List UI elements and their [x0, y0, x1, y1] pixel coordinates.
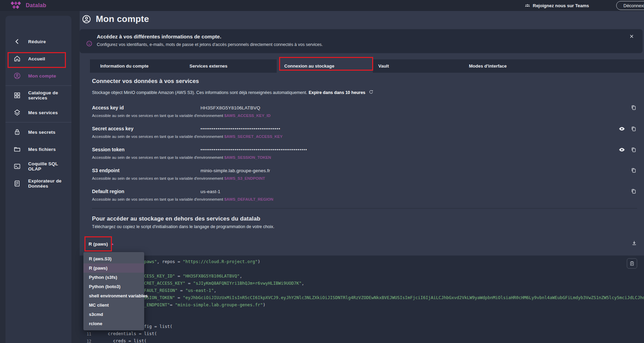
expiry-text: Expire dans dans 10 heures	[309, 90, 365, 95]
sidebar-divider	[5, 122, 71, 122]
code-line: 1install.packages("paws", repos = "https…	[80, 259, 644, 266]
init-script-code-block: 1install.packages("paws", repos = "https…	[80, 256, 644, 343]
info-banner: Accédez à vos différentes informations d…	[80, 29, 643, 53]
sidebar-item-sql-shell[interactable]: Coquille SQL OLAP	[5, 158, 71, 175]
logout-button[interactable]: Déconnexion	[616, 1, 644, 10]
env-var-name: $AWS_SESSION_TOKEN	[224, 155, 271, 159]
copy-icon[interactable]	[631, 188, 636, 195]
close-icon[interactable]	[629, 34, 634, 40]
people-icon	[525, 3, 530, 9]
menu-item-s3cmd[interactable]: s3cmd	[83, 310, 144, 319]
datalab-logo-icon	[10, 1, 22, 10]
copy-script-icon[interactable]	[627, 258, 637, 269]
reveal-eye-icon[interactable]	[619, 126, 625, 133]
page-header: Mon compte	[82, 14, 149, 24]
sidebar-item-label: Réduire	[28, 39, 46, 44]
sidebar-item-account[interactable]: Mon compte	[5, 67, 71, 84]
env-var-name: $AWS_SECRET_ACCESS_KEY	[224, 134, 283, 139]
line-number: 11	[80, 331, 91, 338]
env-var-name: $AWS_DEFAULT_REGION	[224, 197, 273, 201]
sidebar: RéduireAccueilMon compteCatalogue de ser…	[5, 16, 71, 343]
sidebar-item-label: Mes services	[28, 110, 58, 115]
copy-icon[interactable]	[631, 105, 636, 111]
code-line: 10s3 <- paws::s3(config = list(	[80, 324, 644, 331]
field-helper: Accessible au sein de vos services en ta…	[92, 197, 644, 201]
sidebar-item-label: Explorateur de Données	[28, 178, 71, 189]
sidebar-item-secrets[interactable]: Mes secrets	[5, 123, 71, 141]
credential-fields: Access key idHH3SFX8G5Y8106LATBVQAccessi…	[92, 101, 644, 205]
tab-information-du-compte[interactable]: Information du compte	[100, 59, 149, 73]
menu-item-r-aws-s3-[interactable]: R (aws.S3)	[83, 254, 144, 263]
sidebar-item-label: Mes fichiers	[28, 147, 56, 152]
sidebar-item-label: Accueil	[28, 56, 45, 61]
page-title: Mon compte	[96, 14, 149, 24]
copy-icon	[631, 105, 636, 110]
storage-section-title: Connecter vos données à vos services	[92, 78, 199, 84]
menu-item-shell-environment-variables[interactable]: shell environment variables	[83, 291, 144, 300]
sidebar-item-home[interactable]: Accueil	[5, 50, 71, 67]
section-divider	[92, 208, 637, 209]
layers-icon	[13, 109, 21, 116]
field-label: Default region	[92, 189, 200, 194]
sidebar-item-my-services[interactable]: Mes services	[5, 104, 71, 121]
menu-item-mc-client[interactable]: MC client	[83, 300, 144, 310]
field-label: Secret access key	[92, 126, 200, 131]
tab-bar: Information du compteServices externesCo…	[90, 59, 644, 73]
copy-icon[interactable]	[631, 126, 636, 133]
code-line: 8	[80, 309, 644, 317]
banner-subtitle: Configurez vos identifiants, e-mails, mo…	[97, 42, 323, 47]
copy-icon	[631, 147, 636, 153]
folder-icon	[13, 145, 21, 153]
field-label: Session token	[92, 147, 200, 152]
field-label: S3 endpoint	[92, 168, 200, 173]
script-section-subtitle: Téléchargez ou copiez le script d'initia…	[92, 224, 274, 229]
tab-services-externes[interactable]: Services externes	[189, 59, 228, 73]
brand-name: Datalab	[26, 2, 46, 9]
code-line: 5 "AWS_DEFAULT_REGION" = "us-east-1",	[80, 288, 644, 295]
field-row-s3-endpoint: S3 endpointminio-simple.lab.groupe-genes…	[92, 164, 644, 185]
sidebar-item-data-explorer[interactable]: Explorateur de Données	[5, 175, 71, 192]
tab-modes-d-interface[interactable]: Modes d'interface	[469, 59, 507, 73]
code-line: 11 credentials = list(	[80, 331, 644, 338]
field-value: us-east-1	[200, 189, 220, 194]
download-icon[interactable]	[631, 240, 637, 247]
sidebar-item-label: Coquille SQL OLAP	[28, 161, 71, 172]
env-var-name: $AWS_ACCESS_KEY_ID	[224, 114, 271, 118]
terminal-icon	[13, 163, 21, 170]
refresh-icon[interactable]	[369, 90, 373, 95]
main-content: Mon compte Accédez à vos différentes inf…	[80, 11, 644, 343]
code-line: 3Sys.setenv("AWS_ACCESS_KEY_ID" = "HH3SF…	[80, 273, 644, 281]
code-line: 4 "AWS_SECRET_ACCESS_KEY" = "sJIyKmQ8AFQ…	[80, 281, 644, 288]
field-helper: Accessible au sein de vos services en ta…	[92, 134, 644, 139]
field-value: minio-simple.lab.groupe-genes.fr	[200, 168, 270, 173]
field-row-access-key-id: Access key idHH3SFX8G5Y8106LATBVQAccessi…	[92, 101, 644, 122]
teams-link[interactable]: Rejoignez nous sur Teams	[525, 0, 589, 11]
sidebar-item-files[interactable]: Mes fichiers	[5, 141, 71, 158]
sidebar-item-reduce[interactable]: Réduire	[5, 33, 71, 50]
brand: Datalab	[10, 1, 46, 10]
menu-item-rclone[interactable]: rclone	[83, 319, 144, 328]
field-value: ••••••••••••••••••••••••••••••••••••••••…	[200, 147, 307, 152]
copy-icon	[631, 126, 636, 132]
storage-description: Stockage object MinIO compatible Amazon …	[92, 90, 373, 95]
copy-icon[interactable]	[631, 167, 636, 174]
tab-connexion-au-stockage[interactable]: Connexion au stockage	[284, 59, 334, 73]
tab-vault[interactable]: Vault	[378, 59, 389, 73]
env-var-name: $AWS_S3_ENDPOINT	[224, 176, 265, 180]
menu-item-r-paws-[interactable]: R (paws)	[83, 263, 144, 273]
eye-icon	[619, 146, 625, 153]
copy-icon[interactable]	[631, 147, 636, 154]
code-line: 6 "AWS_SESSION_TOKEN" = "eyJhbGciOiJIUzU…	[80, 295, 644, 302]
field-value: HH3SFX8G5Y8106LATBVQ	[200, 105, 260, 110]
account-circle-icon	[13, 72, 21, 80]
smiley-icon	[86, 34, 93, 53]
home-icon	[13, 55, 21, 62]
language-select[interactable]: R (paws) ▲	[89, 239, 114, 249]
menu-item-python-boto3-[interactable]: Python (boto3)	[83, 282, 144, 291]
code-line: 2	[80, 266, 644, 273]
reveal-eye-icon[interactable]	[619, 146, 625, 154]
top-bar: Datalab Rejoignez nous sur Teams Déconne…	[0, 0, 644, 11]
sidebar-divider	[5, 85, 71, 86]
menu-item-python-s3fs-[interactable]: Python (s3fs)	[83, 273, 144, 282]
sidebar-item-catalog[interactable]: Catalogue de services	[5, 87, 71, 104]
